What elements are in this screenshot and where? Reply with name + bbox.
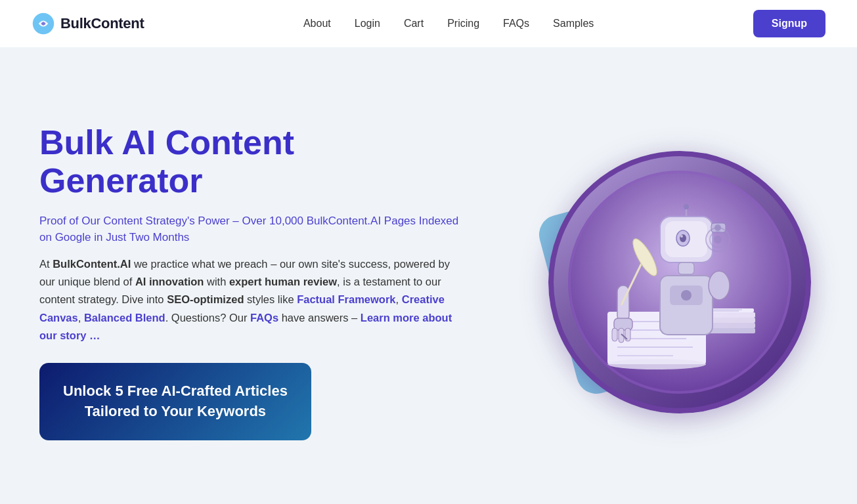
svg-point-37	[714, 236, 722, 243]
svg-rect-18	[612, 328, 617, 341]
svg-rect-20	[625, 328, 630, 341]
body-end: have answers –	[278, 312, 361, 324]
cta-text: Unlock 5 Free AI-Crafted Articles Tailor…	[63, 381, 288, 422]
nav-about[interactable]: About	[303, 18, 331, 29]
link-factual[interactable]: Factual Framework	[297, 293, 395, 305]
nav-pricing[interactable]: Pricing	[447, 18, 479, 29]
body-mid4: styles like	[244, 293, 297, 305]
robot-svg	[568, 171, 791, 394]
hero-body: At BulkContent.AI we practice what we pr…	[39, 255, 460, 345]
bold-seo: SEO-optimized	[167, 293, 244, 305]
cta-line2: Tailored to Your Keywords	[85, 403, 266, 419]
svg-point-27	[709, 271, 730, 300]
svg-point-32	[680, 235, 683, 238]
cta-line1: Unlock 5 Free AI-Crafted Articles	[63, 383, 288, 399]
sep1: ,	[396, 293, 402, 305]
robot-illustration	[548, 151, 811, 413]
svg-point-40	[684, 204, 689, 209]
nav-login[interactable]: Login	[355, 18, 380, 29]
svg-point-26	[681, 290, 692, 301]
brand-name: BulkContent.AI	[53, 258, 131, 270]
logo-text: BulkContent	[60, 15, 144, 32]
logo-icon	[32, 12, 55, 35]
nav-links: About Login Cart Pricing FAQs Samples	[303, 18, 594, 30]
bold-human: expert human review	[229, 276, 337, 287]
svg-rect-38	[678, 262, 694, 274]
svg-point-10	[607, 359, 706, 369]
cta-banner[interactable]: Unlock 5 Free AI-Crafted Articles Tailor…	[39, 363, 311, 440]
link-balanced[interactable]: Balanced Blend	[84, 312, 165, 324]
svg-rect-17	[614, 318, 632, 330]
body-mid2: with	[204, 276, 229, 287]
signup-button[interactable]: Signup	[753, 10, 825, 37]
nav-cart[interactable]: Cart	[404, 18, 424, 29]
logo-link[interactable]: BulkContent	[32, 12, 144, 35]
body-mid5: . Questions? Our	[165, 312, 250, 324]
nav-samples[interactable]: Samples	[553, 18, 594, 29]
body-intro: At	[39, 258, 53, 270]
sep2: ,	[78, 312, 84, 324]
hero-right	[542, 151, 818, 413]
bold-ai: AI innovation	[135, 276, 204, 287]
hero-title: Bulk AI Content Generator	[39, 124, 460, 199]
nav-faqs[interactable]: FAQs	[503, 18, 529, 29]
hero-section: Bulk AI Content Generator Proof of Our C…	[0, 47, 857, 504]
navbar: BulkContent About Login Cart Pricing FAQ…	[0, 0, 857, 47]
hero-proof: Proof of Our Content Strategy's Power – …	[39, 213, 460, 246]
link-faqs[interactable]: FAQs	[250, 312, 278, 324]
hero-left: Bulk AI Content Generator Proof of Our C…	[39, 124, 460, 440]
